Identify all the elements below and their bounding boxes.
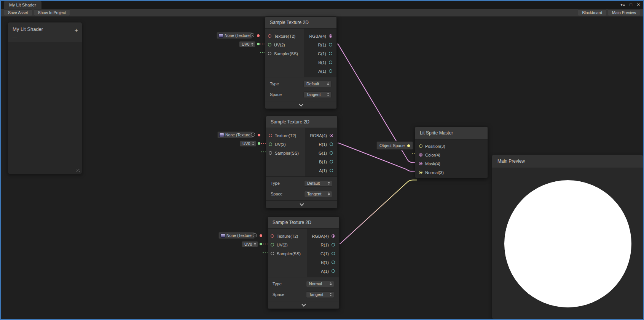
dropdown-arrows-icon	[254, 243, 256, 246]
port-color-icon[interactable]	[419, 153, 422, 157]
position-space-dropdown[interactable]: Object Space	[376, 141, 413, 150]
dropdown-arrows-icon	[252, 142, 254, 145]
port-texture-icon[interactable]	[269, 134, 272, 137]
port-texture-icon[interactable]	[268, 34, 271, 38]
port-sampler-icon[interactable]	[268, 52, 271, 55]
uv-channel-dropdown-1[interactable]: UV0	[239, 41, 255, 47]
main-preview-header[interactable]: Main Preview	[492, 155, 643, 168]
port-label: Texture(T2)	[275, 133, 296, 138]
port-a-icon[interactable]	[329, 69, 332, 73]
port-mask-icon[interactable]	[419, 162, 422, 165]
port-a-icon[interactable]	[332, 269, 335, 273]
port-normal-icon[interactable]	[419, 171, 422, 174]
blackboard-panel[interactable]: My Lit Shader — +	[8, 22, 82, 174]
port-rgba-icon[interactable]	[329, 34, 332, 38]
texture-object-field-3[interactable]: None (Texture	[218, 232, 255, 239]
input-ports: Texture(T2) UV(2) Sampler(SS)	[266, 128, 305, 176]
toolbar: Save Asset Show In Project Blackboard Ma…	[1, 9, 643, 17]
port-uv-in: UV(2)	[268, 240, 307, 249]
uv-connector-dot[interactable]	[257, 43, 260, 45]
dropdown-arrows-icon	[327, 93, 329, 96]
collapse-preview-button[interactable]	[265, 101, 336, 109]
add-property-button[interactable]: +	[75, 28, 78, 33]
texture-connector-dot[interactable]	[260, 234, 262, 237]
object-picker-icon[interactable]	[250, 33, 254, 37]
window-menu-icon[interactable]: ▾≡	[620, 2, 625, 8]
port-b-icon[interactable]	[330, 160, 333, 163]
port-uv-icon[interactable]	[271, 243, 274, 246]
uv-connector-dot[interactable]	[258, 142, 260, 145]
port-label: A(1)	[319, 168, 327, 173]
dropdown-arrows-icon	[328, 192, 330, 195]
uv-channel-dropdown-3[interactable]: UV0	[242, 241, 258, 247]
collapse-preview-button[interactable]	[268, 301, 339, 309]
port-sampler-icon[interactable]	[271, 252, 274, 255]
type-dropdown[interactable]: Default	[303, 81, 332, 87]
port-b-out: B(1)	[304, 58, 336, 67]
texture-connector-dot[interactable]	[257, 34, 260, 37]
save-asset-button[interactable]: Save Asset	[4, 10, 32, 16]
node-sample-texture-2[interactable]: Sample Texture 2D Texture(T2) UV(2) Samp…	[266, 116, 338, 208]
space-dropdown[interactable]: Tangent	[303, 91, 332, 98]
port-label: R(1)	[319, 142, 327, 147]
edge-rgba3-to-normal[interactable]	[335, 180, 417, 244]
port-texture-icon[interactable]	[271, 234, 274, 238]
port-a-icon[interactable]	[330, 169, 333, 172]
main-preview-toggle-button[interactable]: Main Preview	[608, 10, 640, 16]
close-icon[interactable]: ✕	[637, 2, 640, 8]
texture-object-field-1[interactable]: None (Texture	[217, 32, 252, 39]
show-in-project-button[interactable]: Show In Project	[34, 10, 70, 16]
port-uv-icon[interactable]	[268, 43, 271, 46]
type-dropdown[interactable]: Normal	[306, 281, 334, 287]
texture-connector-dot[interactable]	[258, 134, 260, 136]
port-position-icon[interactable]	[419, 144, 422, 148]
port-r-icon[interactable]	[332, 243, 335, 246]
port-r-icon[interactable]	[329, 43, 332, 46]
main-preview-panel[interactable]: Main Preview	[492, 154, 643, 319]
position-connector-dot[interactable]	[407, 144, 410, 147]
tab-title: My Lit Shader	[9, 3, 36, 7]
type-label: Type	[271, 181, 280, 186]
port-b-icon[interactable]	[329, 61, 332, 64]
type-dropdown[interactable]: Default	[304, 180, 332, 187]
space-dropdown[interactable]: Tangent	[306, 291, 334, 298]
port-rgba-icon[interactable]	[330, 134, 333, 137]
uv-channel-dropdown-2[interactable]: UV0	[240, 141, 256, 147]
graph-canvas[interactable]: My Lit Shader — + Sample Texture 2D Text…	[1, 17, 643, 319]
dropdown-arrows-icon	[327, 82, 329, 85]
node-body: Texture(T2) UV(2) Sampler(SS) RGBA(4) R(…	[265, 29, 336, 77]
node-lit-sprite-master[interactable]: Lit Sprite Master Position(3) Color(4) M…	[415, 126, 488, 178]
port-rgba-icon[interactable]	[332, 234, 335, 238]
texture-object-field-2[interactable]: None (Texture	[217, 131, 253, 138]
object-picker-icon[interactable]	[251, 133, 255, 137]
node-sample-texture-3[interactable]: Sample Texture 2D Texture(T2) UV(2) Samp…	[268, 216, 340, 309]
port-uv-icon[interactable]	[269, 142, 272, 146]
maximize-icon[interactable]: □	[630, 2, 632, 8]
node-body: Texture(T2) UV(2) Sampler(SS) RGBA(4) R(…	[268, 229, 339, 277]
tab-my-lit-shader[interactable]: My Lit Shader	[4, 1, 41, 9]
port-r-out: R(1)	[307, 240, 339, 249]
window-controls: ▾≡ □ ✕	[620, 2, 640, 8]
object-picker-icon[interactable]	[253, 233, 257, 237]
port-a-out: A(1)	[305, 166, 337, 175]
collapse-preview-button[interactable]	[266, 200, 337, 208]
port-b-icon[interactable]	[332, 261, 335, 264]
port-label: Mask(4)	[425, 162, 440, 166]
node-title: Lit Sprite Master	[420, 130, 453, 136]
port-label: B(1)	[319, 160, 327, 164]
port-r-out: R(1)	[305, 140, 337, 149]
input-ports: Texture(T2) UV(2) Sampler(SS)	[265, 29, 304, 77]
port-g-icon[interactable]	[332, 252, 335, 255]
position-space-label: Object Space	[379, 143, 405, 148]
port-r-icon[interactable]	[330, 142, 333, 146]
port-sampler-icon[interactable]	[269, 151, 272, 155]
uv-connector-dot[interactable]	[260, 243, 262, 245]
port-g-icon[interactable]	[329, 52, 332, 55]
port-rgba-out: RGBA(4)	[307, 232, 339, 240]
port-g-icon[interactable]	[330, 151, 333, 155]
blackboard-resize-grip[interactable]	[76, 169, 80, 172]
node-sample-texture-1[interactable]: Sample Texture 2D Texture(T2) UV(2) Samp…	[265, 16, 337, 109]
blackboard-toggle-button[interactable]: Blackboard	[578, 10, 606, 16]
space-dropdown[interactable]: Tangent	[304, 191, 332, 197]
chevron-down-icon	[300, 202, 304, 206]
